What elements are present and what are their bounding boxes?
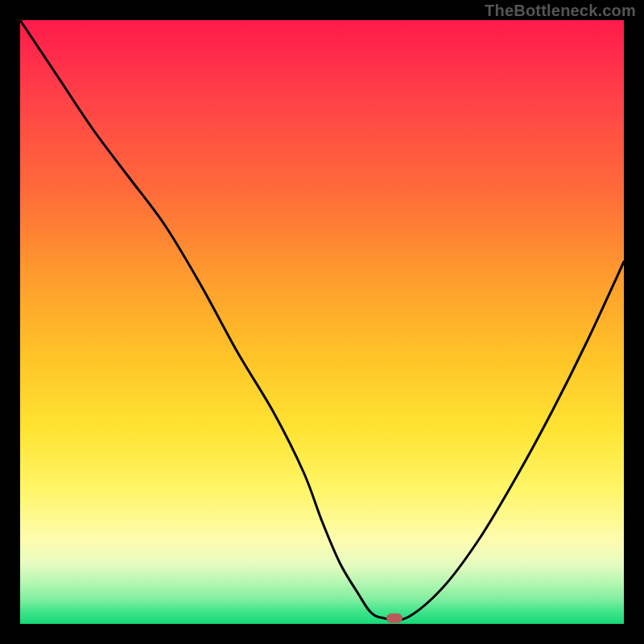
watermark-text: TheBottleneck.com bbox=[485, 2, 636, 20]
curve-path bbox=[20, 20, 624, 621]
bottleneck-curve bbox=[20, 20, 624, 624]
optimal-point-marker bbox=[386, 613, 402, 623]
plot-area bbox=[20, 20, 624, 624]
chart-frame: TheBottleneck.com bbox=[0, 0, 644, 644]
